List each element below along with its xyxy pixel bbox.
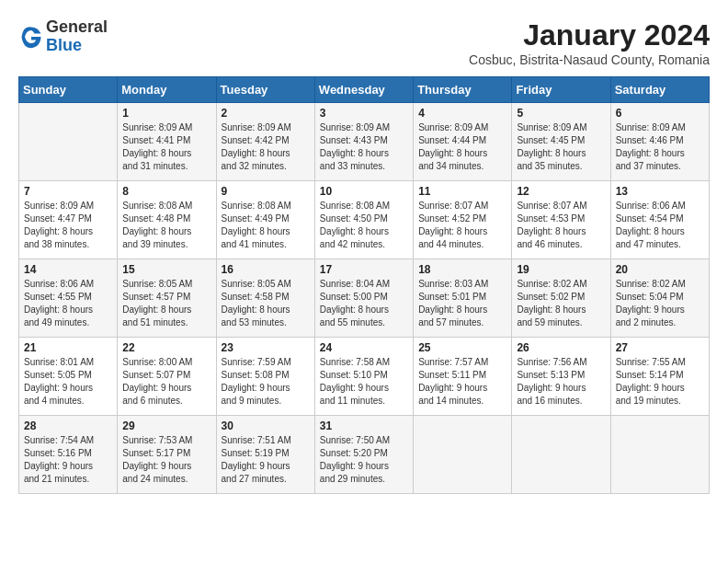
calendar-cell: 20Sunrise: 8:02 AM Sunset: 5:04 PM Dayli…	[610, 259, 709, 338]
day-info: Sunrise: 7:57 AM Sunset: 5:11 PM Dayligh…	[418, 356, 506, 408]
day-info: Sunrise: 8:09 AM Sunset: 4:47 PM Dayligh…	[24, 200, 112, 251]
day-info: Sunrise: 8:06 AM Sunset: 4:54 PM Dayligh…	[616, 200, 704, 251]
header-row: SundayMondayTuesdayWednesdayThursdayFrid…	[19, 77, 710, 103]
day-info: Sunrise: 7:59 AM Sunset: 5:08 PM Dayligh…	[222, 356, 310, 408]
day-number: 12	[517, 185, 605, 198]
page-header: General Blue January 2024 Cosbuc, Bistri…	[18, 18, 710, 67]
day-info: Sunrise: 8:03 AM Sunset: 5:01 PM Dayligh…	[418, 278, 506, 329]
calendar-cell: 3Sunrise: 8:09 AM Sunset: 4:43 PM Daylig…	[314, 103, 413, 181]
weekday-header-sunday: Sunday	[19, 77, 118, 103]
day-number: 5	[517, 107, 605, 120]
calendar-cell: 27Sunrise: 7:55 AM Sunset: 5:14 PM Dayli…	[610, 338, 709, 416]
day-info: Sunrise: 8:09 AM Sunset: 4:43 PM Dayligh…	[320, 121, 408, 173]
calendar-cell: 22Sunrise: 8:00 AM Sunset: 5:07 PM Dayli…	[118, 338, 216, 416]
day-number: 9	[222, 185, 310, 198]
weekday-header-monday: Monday	[118, 77, 216, 103]
calendar-cell	[414, 416, 512, 494]
calendar-cell: 14Sunrise: 8:06 AM Sunset: 4:55 PM Dayli…	[19, 259, 118, 338]
calendar-cell: 31Sunrise: 7:50 AM Sunset: 5:20 PM Dayli…	[314, 416, 413, 494]
calendar-cell: 24Sunrise: 7:58 AM Sunset: 5:10 PM Dayli…	[314, 338, 413, 416]
day-number: 16	[222, 263, 310, 276]
day-info: Sunrise: 8:04 AM Sunset: 5:00 PM Dayligh…	[320, 278, 408, 329]
day-number: 31	[320, 419, 408, 432]
calendar-cell: 5Sunrise: 8:09 AM Sunset: 4:45 PM Daylig…	[512, 103, 610, 181]
day-number: 4	[418, 107, 506, 120]
calendar-cell: 21Sunrise: 8:01 AM Sunset: 5:05 PM Dayli…	[19, 338, 118, 416]
day-number: 20	[616, 263, 704, 276]
calendar-cell: 29Sunrise: 7:53 AM Sunset: 5:17 PM Dayli…	[118, 416, 216, 494]
day-info: Sunrise: 7:53 AM Sunset: 5:17 PM Dayligh…	[122, 434, 210, 486]
calendar-cell: 30Sunrise: 7:51 AM Sunset: 5:19 PM Dayli…	[216, 416, 314, 494]
calendar-cell: 15Sunrise: 8:05 AM Sunset: 4:57 PM Dayli…	[118, 259, 216, 338]
calendar-cell: 11Sunrise: 8:07 AM Sunset: 4:52 PM Dayli…	[414, 181, 512, 259]
logo-text: General Blue	[46, 18, 108, 55]
day-number: 13	[616, 185, 704, 198]
day-info: Sunrise: 7:51 AM Sunset: 5:19 PM Dayligh…	[222, 434, 310, 486]
calendar-week-2: 7Sunrise: 8:09 AM Sunset: 4:47 PM Daylig…	[19, 181, 710, 259]
calendar-cell: 7Sunrise: 8:09 AM Sunset: 4:47 PM Daylig…	[19, 181, 118, 259]
calendar-cell: 25Sunrise: 7:57 AM Sunset: 5:11 PM Dayli…	[414, 338, 512, 416]
day-number: 15	[122, 263, 210, 276]
calendar-cell: 12Sunrise: 8:07 AM Sunset: 4:53 PM Dayli…	[512, 181, 610, 259]
day-number: 10	[320, 185, 408, 198]
day-info: Sunrise: 8:02 AM Sunset: 5:04 PM Dayligh…	[616, 278, 704, 329]
calendar-cell	[610, 416, 709, 494]
weekday-header-friday: Friday	[512, 77, 610, 103]
day-info: Sunrise: 8:02 AM Sunset: 5:02 PM Dayligh…	[517, 278, 605, 329]
day-info: Sunrise: 8:00 AM Sunset: 5:07 PM Dayligh…	[122, 356, 210, 408]
day-number: 27	[616, 341, 704, 354]
calendar-cell: 9Sunrise: 8:08 AM Sunset: 4:49 PM Daylig…	[216, 181, 314, 259]
day-number: 28	[24, 419, 112, 432]
day-info: Sunrise: 8:08 AM Sunset: 4:50 PM Dayligh…	[320, 200, 408, 251]
day-info: Sunrise: 8:09 AM Sunset: 4:41 PM Dayligh…	[122, 121, 210, 173]
calendar-cell: 18Sunrise: 8:03 AM Sunset: 5:01 PM Dayli…	[414, 259, 512, 338]
weekday-header-tuesday: Tuesday	[216, 77, 314, 103]
calendar-cell: 8Sunrise: 8:08 AM Sunset: 4:48 PM Daylig…	[118, 181, 216, 259]
day-number: 19	[517, 263, 605, 276]
calendar-cell: 19Sunrise: 8:02 AM Sunset: 5:02 PM Dayli…	[512, 259, 610, 338]
day-number: 24	[320, 341, 408, 354]
day-info: Sunrise: 8:09 AM Sunset: 4:42 PM Dayligh…	[222, 121, 310, 173]
calendar-cell: 2Sunrise: 8:09 AM Sunset: 4:42 PM Daylig…	[216, 103, 314, 181]
calendar-week-3: 14Sunrise: 8:06 AM Sunset: 4:55 PM Dayli…	[19, 259, 710, 338]
calendar-cell: 28Sunrise: 7:54 AM Sunset: 5:16 PM Dayli…	[19, 416, 118, 494]
weekday-header-thursday: Thursday	[414, 77, 512, 103]
day-info: Sunrise: 8:07 AM Sunset: 4:52 PM Dayligh…	[418, 200, 506, 251]
calendar-week-5: 28Sunrise: 7:54 AM Sunset: 5:16 PM Dayli…	[19, 416, 710, 494]
calendar-header: SundayMondayTuesdayWednesdayThursdayFrid…	[19, 77, 710, 103]
location: Cosbuc, Bistrita-Nasaud County, Romania	[469, 52, 710, 67]
day-number: 3	[320, 107, 408, 120]
day-info: Sunrise: 8:09 AM Sunset: 4:45 PM Dayligh…	[517, 121, 605, 173]
day-number: 22	[122, 341, 210, 354]
day-info: Sunrise: 8:07 AM Sunset: 4:53 PM Dayligh…	[517, 200, 605, 251]
day-info: Sunrise: 8:08 AM Sunset: 4:48 PM Dayligh…	[122, 200, 210, 251]
calendar-cell: 1Sunrise: 8:09 AM Sunset: 4:41 PM Daylig…	[118, 103, 216, 181]
calendar-cell: 6Sunrise: 8:09 AM Sunset: 4:46 PM Daylig…	[610, 103, 709, 181]
day-info: Sunrise: 8:05 AM Sunset: 4:58 PM Dayligh…	[222, 278, 310, 329]
day-number: 11	[418, 185, 506, 198]
weekday-header-wednesday: Wednesday	[314, 77, 413, 103]
day-number: 18	[418, 263, 506, 276]
calendar-cell: 10Sunrise: 8:08 AM Sunset: 4:50 PM Dayli…	[314, 181, 413, 259]
day-info: Sunrise: 8:01 AM Sunset: 5:05 PM Dayligh…	[24, 356, 112, 408]
day-number: 8	[122, 185, 210, 198]
calendar-cell	[19, 103, 118, 181]
day-info: Sunrise: 7:50 AM Sunset: 5:20 PM Dayligh…	[320, 434, 408, 486]
day-number: 1	[122, 107, 210, 120]
day-info: Sunrise: 7:58 AM Sunset: 5:10 PM Dayligh…	[320, 356, 408, 408]
day-number: 17	[320, 263, 408, 276]
day-number: 2	[222, 107, 310, 120]
calendar-cell: 23Sunrise: 7:59 AM Sunset: 5:08 PM Dayli…	[216, 338, 314, 416]
calendar-week-4: 21Sunrise: 8:01 AM Sunset: 5:05 PM Dayli…	[19, 338, 710, 416]
day-info: Sunrise: 7:55 AM Sunset: 5:14 PM Dayligh…	[616, 356, 704, 408]
day-number: 21	[24, 341, 112, 354]
calendar-table: SundayMondayTuesdayWednesdayThursdayFrid…	[18, 76, 710, 494]
calendar-cell: 4Sunrise: 8:09 AM Sunset: 4:44 PM Daylig…	[414, 103, 512, 181]
title-block: January 2024 Cosbuc, Bistrita-Nasaud Cou…	[469, 18, 710, 67]
calendar-cell: 16Sunrise: 8:05 AM Sunset: 4:58 PM Dayli…	[216, 259, 314, 338]
day-info: Sunrise: 8:05 AM Sunset: 4:57 PM Dayligh…	[122, 278, 210, 329]
day-info: Sunrise: 7:56 AM Sunset: 5:13 PM Dayligh…	[517, 356, 605, 408]
day-number: 26	[517, 341, 605, 354]
month-title: January 2024	[469, 18, 710, 52]
day-number: 29	[122, 419, 210, 432]
